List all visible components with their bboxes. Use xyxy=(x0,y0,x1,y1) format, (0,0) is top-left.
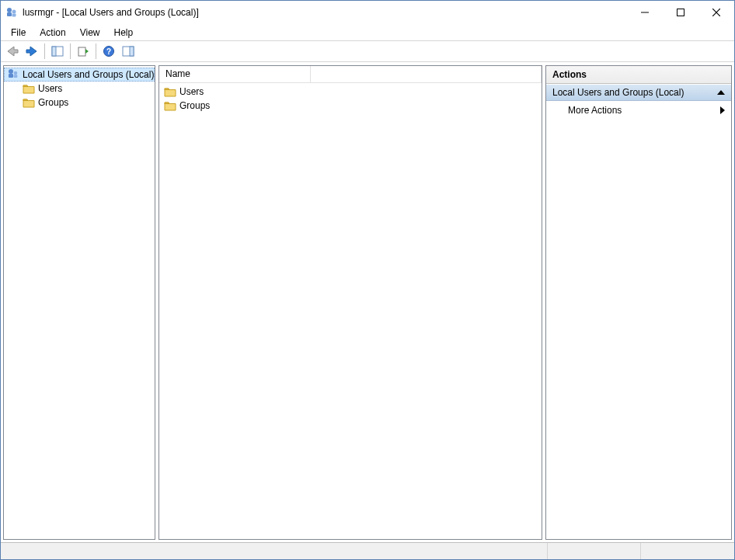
svg-rect-3 xyxy=(12,14,16,17)
svg-rect-1 xyxy=(7,12,12,16)
menubar: File Action View Help xyxy=(1,24,734,40)
titlebar: lusrmgr - [Local Users and Groups (Local… xyxy=(1,1,734,24)
status-cell xyxy=(641,543,734,559)
actions-group-header[interactable]: Local Users and Groups (Local) xyxy=(546,84,731,101)
svg-rect-10 xyxy=(78,47,85,56)
svg-point-15 xyxy=(9,69,13,74)
menu-help[interactable]: Help xyxy=(107,26,141,40)
details-pane: Name Users Groups xyxy=(158,65,542,540)
folder-icon xyxy=(23,97,35,108)
toolbar-separator xyxy=(96,43,96,59)
actions-pane: Actions Local Users and Groups (Local) M… xyxy=(545,65,732,540)
main-body: Local Users and Groups (Local) Users Gro… xyxy=(1,62,734,542)
actions-group-label: Local Users and Groups (Local) xyxy=(552,87,684,98)
list-item-users[interactable]: Users xyxy=(159,85,542,99)
console-tree: Local Users and Groups (Local) Users Gro… xyxy=(4,66,155,111)
svg-rect-16 xyxy=(9,74,13,78)
minimize-button[interactable] xyxy=(627,1,663,24)
tree-node-users[interactable]: Users xyxy=(4,82,155,96)
list-item-label: Groups xyxy=(179,100,210,111)
list-body: Users Groups xyxy=(159,83,542,114)
tree-root-node[interactable]: Local Users and Groups (Local) xyxy=(4,68,155,82)
actions-item-label: More Actions xyxy=(568,105,622,116)
menu-file[interactable]: File xyxy=(4,26,33,40)
toolbar: ? xyxy=(1,40,734,62)
window-title: lusrmgr - [Local Users and Groups (Local… xyxy=(23,7,199,18)
toolbar-separator xyxy=(44,43,45,59)
statusbar xyxy=(1,542,734,559)
help-button[interactable]: ? xyxy=(99,42,118,61)
tree-node-groups[interactable]: Groups xyxy=(4,96,155,110)
folder-icon xyxy=(164,100,176,111)
window: lusrmgr - [Local Users and Groups (Local… xyxy=(0,0,735,560)
menu-action[interactable]: Action xyxy=(33,26,72,40)
list-item-label: Users xyxy=(179,86,204,97)
folder-icon xyxy=(164,86,176,97)
list-item-groups[interactable]: Groups xyxy=(159,99,542,113)
collapse-icon xyxy=(717,90,725,95)
svg-point-0 xyxy=(7,8,12,12)
forward-button[interactable] xyxy=(23,42,41,61)
svg-point-2 xyxy=(12,10,16,14)
users-groups-icon xyxy=(7,68,19,82)
back-button[interactable] xyxy=(3,42,22,61)
status-cell xyxy=(1,543,548,559)
tree-node-label: Users xyxy=(38,83,62,94)
svg-rect-9 xyxy=(52,47,56,56)
status-cell xyxy=(548,543,641,559)
actions-pane-header: Actions xyxy=(546,66,731,84)
export-list-button[interactable] xyxy=(74,42,92,61)
column-header-name[interactable]: Name xyxy=(159,66,311,82)
maximize-button[interactable] xyxy=(663,1,698,24)
svg-text:?: ? xyxy=(106,47,111,56)
app-icon xyxy=(5,6,18,19)
svg-rect-14 xyxy=(130,47,134,56)
column-header-blank[interactable] xyxy=(311,66,542,82)
tree-root-label: Local Users and Groups (Local) xyxy=(23,69,154,80)
svg-rect-5 xyxy=(678,9,684,16)
svg-rect-18 xyxy=(14,75,18,78)
submenu-arrow-icon xyxy=(720,106,725,114)
folder-icon xyxy=(23,83,35,94)
console-tree-pane: Local Users and Groups (Local) Users Gro… xyxy=(3,65,155,540)
show-hide-tree-button[interactable] xyxy=(48,42,67,61)
tree-node-label: Groups xyxy=(38,97,68,108)
menu-view[interactable]: View xyxy=(73,26,107,40)
toolbar-separator xyxy=(70,43,71,59)
list-header: Name xyxy=(159,66,542,83)
svg-point-17 xyxy=(14,71,18,75)
close-button[interactable] xyxy=(698,1,734,24)
actions-more-actions[interactable]: More Actions xyxy=(546,101,731,120)
show-hide-action-pane-button[interactable] xyxy=(119,42,138,61)
